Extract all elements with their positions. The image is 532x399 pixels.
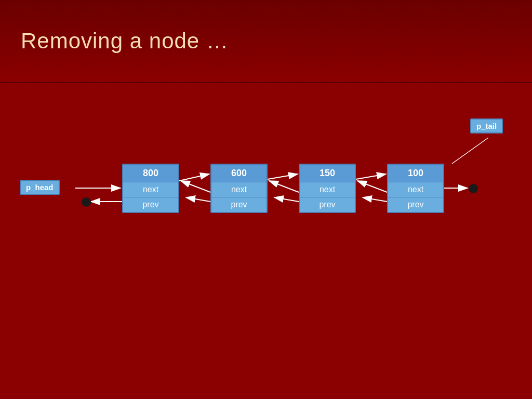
node-100-prev: prev	[388, 197, 443, 212]
node-100-next: next	[388, 182, 443, 197]
node-600-next: next	[211, 182, 267, 197]
node-150-prev: prev	[300, 197, 355, 212]
node-150-next: next	[300, 182, 355, 197]
null-dot-right	[469, 184, 478, 193]
svg-line-6	[186, 197, 210, 202]
null-dot-left	[82, 197, 91, 207]
svg-line-13	[269, 181, 299, 192]
svg-line-14	[357, 181, 387, 192]
svg-line-5	[268, 174, 298, 179]
svg-line-11	[452, 138, 488, 164]
slide-title: Removing a node …	[21, 29, 229, 54]
svg-line-8	[274, 197, 299, 202]
node-150: 150 next prev	[299, 164, 356, 213]
svg-line-3	[179, 174, 209, 181]
p-head-label: p_head	[20, 180, 60, 195]
node-600-value: 600	[211, 165, 267, 182]
svg-line-12	[181, 181, 210, 192]
title-bar: Removing a node …	[0, 0, 532, 83]
node-100: 100 next prev	[387, 164, 444, 213]
node-800-value: 800	[123, 165, 178, 182]
diagram-area: p_head p_tail 800 next prev 600 next pre…	[0, 83, 532, 399]
node-100-value: 100	[388, 165, 443, 182]
node-600-prev: prev	[211, 197, 267, 212]
arrows-svg	[0, 83, 532, 399]
node-800-prev: prev	[123, 197, 178, 212]
p-tail-label: p_tail	[470, 118, 503, 134]
node-800: 800 next prev	[122, 164, 179, 213]
node-800-next: next	[123, 182, 178, 197]
svg-line-10	[363, 197, 387, 202]
svg-line-7	[356, 174, 386, 179]
node-150-value: 150	[300, 165, 355, 182]
node-600: 600 next prev	[210, 164, 268, 213]
